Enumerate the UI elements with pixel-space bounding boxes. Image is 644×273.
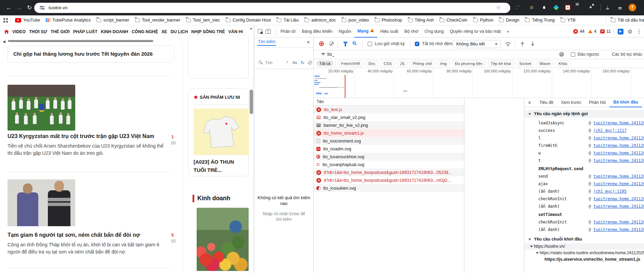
network-conditions-icon[interactable] xyxy=(505,42,511,47)
extension-diamond-icon[interactable] xyxy=(553,5,559,11)
bookmark-tai-lieu[interactable]: Tài Liệu xyxy=(277,18,299,23)
request-row[interactable]: tto_icosukien.svg xyxy=(314,184,464,192)
chain-row-current[interactable]: https://js.aiservice.vn/rec/tto_home_str… xyxy=(524,256,644,263)
call-stack-section[interactable]: Yêu cầu ngăn xếp lệnh gọi xyxy=(524,110,644,118)
bookmark-design[interactable]: Design xyxy=(499,18,519,23)
invert-label[interactable]: Đảo ngược xyxy=(578,52,599,57)
tab-preview[interactable]: Xem trước xyxy=(557,98,585,107)
nav-cong-nghe[interactable]: CÔNG NGHỆ xyxy=(132,29,158,34)
tab-overflow-chevron[interactable]: » xyxy=(504,26,512,37)
bookmark-json-video[interactable]: json_video xyxy=(342,18,369,23)
clear-filter-icon[interactable] xyxy=(559,52,564,57)
site-settings-icon[interactable] xyxy=(40,6,45,10)
nav-xe[interactable]: XE xyxy=(161,29,167,34)
clear-icon[interactable] xyxy=(308,61,312,65)
apps-grid-icon[interactable] xyxy=(3,18,5,20)
more-filters-label[interactable]: Các bộ lọc khác xyxy=(612,52,642,57)
section-image[interactable] xyxy=(197,208,249,271)
bookmark-tieng-trung[interactable]: Tiếng Trung xyxy=(525,18,554,23)
bookmark-admicro-doc[interactable]: admicro_doc xyxy=(304,18,336,23)
shop-card[interactable]: SẢN PHẨM LƯU NI [A023] ÁO THUN TUỔI TRẺ.… xyxy=(188,88,249,176)
top-story-card[interactable]: Chi gộp hai tháng lương hưu trước Tết Ng… xyxy=(8,45,174,63)
initiator-chain-section[interactable]: Yêu cầu chuỗi khởi đầu xyxy=(524,235,644,243)
request-row[interactable]: ✕tl?dt=1&ii=tto_home_boxpodcast&guid=189… xyxy=(314,168,464,176)
request-row[interactable]: tto_noadm.svg xyxy=(314,145,464,153)
inspect-icon[interactable] xyxy=(258,29,262,33)
tab-privacy[interactable]: Quyền riêng tư và bảo mật xyxy=(447,26,504,37)
bookmark-config-domain-host[interactable]: Config Domain Host xyxy=(226,18,271,23)
import-har-icon[interactable] xyxy=(520,41,525,47)
product-image[interactable] xyxy=(194,109,249,155)
tab-search[interactable]: Tìm kiếm xyxy=(257,39,276,46)
timeline-overview[interactable]: 20.000 miligiây 40.000 miligiây 60.000 m… xyxy=(314,68,644,98)
stack-frame[interactable]: (ẩn danh)@tuoitrenew.home.24112025v2.min… xyxy=(524,203,644,210)
tab-network[interactable]: Mạng xyxy=(354,25,377,38)
chip-manifest[interactable]: Tệp kê khai xyxy=(488,60,514,66)
url-text[interactable]: tuoitre.vn xyxy=(49,5,68,10)
record-icon[interactable] xyxy=(319,41,324,46)
bookmark-script-banner[interactable]: script_banner xyxy=(96,18,129,23)
tab-application[interactable]: Ứng dụng xyxy=(421,26,447,37)
tab-sources[interactable]: Nguồn xyxy=(336,26,354,37)
tab-headers[interactable]: Tiêu đề xyxy=(536,98,557,107)
tab-elements[interactable]: Phần tử xyxy=(277,26,299,37)
section-title[interactable]: Kinh doanh xyxy=(197,195,230,202)
chain-row[interactable]: https://static-tuoitre.tuoitre.vn/tuoitr… xyxy=(524,250,644,256)
nav-video[interactable]: VIDEO xyxy=(12,29,26,34)
nav-the-gioi[interactable]: THẾ GIỚI xyxy=(51,29,70,34)
bookmark-python[interactable]: Python xyxy=(473,18,494,23)
stack-frame[interactable]: loadJsAsync@tuoitrenew.home.24112025v2.m… xyxy=(524,119,644,127)
dock-side-icon[interactable] xyxy=(618,29,623,35)
reload-icon[interactable]: ↻ xyxy=(25,3,34,13)
request-row-selected[interactable]: ✕tto_home_stream1.js xyxy=(314,129,464,137)
disable-cache-label[interactable]: Tắt bộ nhớ đệm xyxy=(422,41,452,46)
console-badges[interactable]: ✕ 44 4 ✕ 11 xyxy=(573,25,611,38)
column-header-name[interactable]: Tên xyxy=(314,98,464,106)
preserve-log-label[interactable]: Lưu giữ nhật ký xyxy=(375,41,405,46)
bookmark-tool-lam-viec[interactable]: Tool_lam_viec xyxy=(186,18,220,23)
refresh-icon[interactable]: ↻ xyxy=(301,60,304,65)
stack-frame[interactable]: checkRunInit@tuoitrenew.home.24112025v2.… xyxy=(524,218,644,226)
chip-socket[interactable]: Socket xyxy=(516,60,534,66)
regex-toggle[interactable]: .* xyxy=(286,60,288,65)
request-row[interactable]: banner_tto_live_v2.png xyxy=(314,121,464,129)
back-icon[interactable]: ← xyxy=(4,3,14,13)
article-title[interactable]: Tạm giam 6 người tạt sơn, ném chất bẩn đ… xyxy=(8,232,140,238)
comment-count[interactable]: 5 xyxy=(171,233,174,237)
export-har-icon[interactable] xyxy=(530,41,535,47)
filter-input[interactable]: tto_ xyxy=(327,52,334,57)
product-name[interactable]: [A023] ÁO THUN TUỔI TRẺ... xyxy=(194,158,247,174)
kebab-menu-icon[interactable]: ⋮ xyxy=(636,28,642,35)
close-icon[interactable]: ✕ xyxy=(524,100,536,105)
invert-checkbox[interactable] xyxy=(571,52,575,57)
nav-nhip-song-tre[interactable]: NHỊP SỐNG TRẺ xyxy=(191,29,225,34)
request-row[interactable]: tto_icocomment.svg xyxy=(314,137,464,145)
chip-media[interactable]: Đa phương tiện xyxy=(452,60,485,66)
stack-frame[interactable]: t@tuoitrenew.home.24112025v2.min.js:240 xyxy=(524,157,644,164)
hscroll-left-icon[interactable]: ◀ xyxy=(3,40,5,43)
nav-du-lich[interactable]: DU LỊCH xyxy=(171,29,188,34)
avatar[interactable]: T xyxy=(629,4,636,11)
article-image[interactable] xyxy=(8,85,75,131)
network-search-icon[interactable] xyxy=(353,41,356,44)
vscroll-up-icon[interactable]: ▲ xyxy=(249,26,253,30)
device-toolbar-icon[interactable] xyxy=(267,29,271,34)
article-title[interactable]: U23 Kyrgyzstan mất trụ cột trước trận gặ… xyxy=(8,133,154,139)
chip-all[interactable]: Tất cả xyxy=(316,60,333,66)
nav-thoi-su[interactable]: THỜI SỰ xyxy=(29,29,47,34)
bookmark-tool-render-banner[interactable]: Tool_render_banner xyxy=(135,18,180,23)
request-row[interactable]: ⚖tto_tuvanphapluat.svg xyxy=(314,161,464,168)
vertical-scrollbar[interactable] xyxy=(250,90,253,114)
comment-count[interactable]: 1 xyxy=(171,135,174,139)
bookmark-tieng-anh[interactable]: Tiếng Anh xyxy=(408,18,434,23)
stack-frame[interactable]: w@tuoitrenew.home.24112025v2.min.js:240 xyxy=(524,149,644,157)
tab-memory[interactable]: Bộ nhớ xyxy=(401,26,421,37)
tab-performance[interactable]: Hiệu suất xyxy=(377,26,402,37)
tab-timing[interactable]: Thời gian xyxy=(642,98,644,107)
horizontal-scrollbar[interactable] xyxy=(8,40,153,42)
filter-funnel-icon[interactable] xyxy=(343,42,348,44)
downloads-icon[interactable]: ↓ xyxy=(606,4,609,9)
chip-js[interactable]: JS xyxy=(397,60,407,66)
disable-cache-checkbox[interactable] xyxy=(415,42,419,46)
bookmark-checkcoin[interactable]: CheckCoin xyxy=(439,18,467,23)
